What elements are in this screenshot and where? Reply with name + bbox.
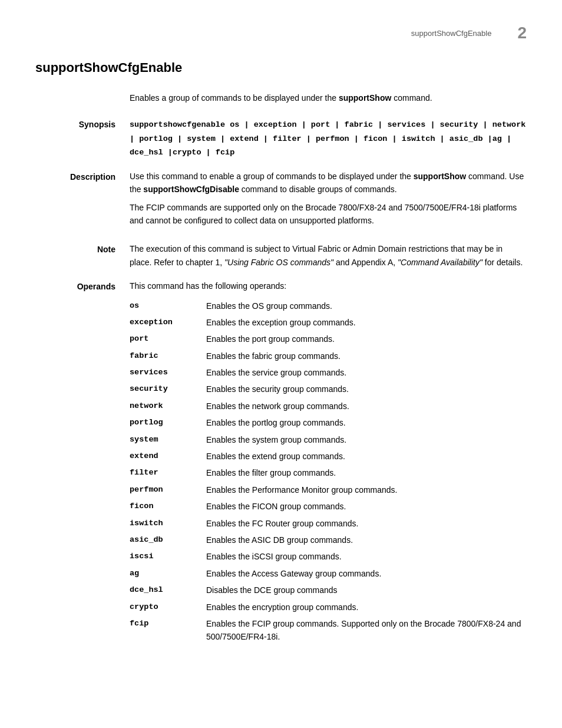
operand-row: fcipEnables the FCIP group commands. Sup… <box>130 615 527 645</box>
operand-row: exceptionEnables the exception group com… <box>130 314 527 331</box>
operand-name: os <box>130 298 206 314</box>
operand-row: cryptoEnables the encryption group comma… <box>130 599 527 615</box>
operand-description: Enables the network group commands. <box>206 398 527 414</box>
operand-row: perfmonEnables the Performance Monitor g… <box>130 482 527 498</box>
operand-row: iswitchEnables the FC Router group comma… <box>130 515 527 532</box>
operand-name: exception <box>130 314 206 331</box>
operand-name: asic_db <box>130 532 206 548</box>
operand-row: dce_hslDisables the DCE group commands <box>130 582 527 598</box>
operand-name: crypto <box>130 599 206 615</box>
operand-description: Enables the port group commands. <box>206 331 527 347</box>
operand-row: iscsiEnables the iSCSI group commands. <box>130 548 527 565</box>
operand-name: services <box>130 364 206 381</box>
operand-row: ficonEnables the FICON group commands. <box>130 498 527 515</box>
operand-description: Enables the ASIC DB group commands. <box>206 532 527 548</box>
note-label: Note <box>35 242 130 269</box>
operand-description: Enables the system group commands. <box>206 431 527 448</box>
operand-name: perfmon <box>130 482 206 498</box>
operand-name: iswitch <box>130 515 206 532</box>
desc-line1-end2: command to disable groups of commands. <box>242 185 397 194</box>
desc-line1-start: Use this command to enable a group of co… <box>130 172 411 181</box>
operands-label: Operands <box>35 279 130 645</box>
operand-description: Enables the exception group commands. <box>206 314 527 331</box>
operand-name: port <box>130 331 206 347</box>
page-number: 2 <box>517 24 527 42</box>
note-content: The execution of this command is subject… <box>130 242 527 269</box>
description-content: Use this command to enable a group of co… <box>130 170 527 232</box>
operand-description: Enables the iSCSI group commands. <box>206 548 527 565</box>
header-title: supportShowCfgEnable <box>411 29 492 38</box>
intro-text: Enables a group of commands to be displa… <box>130 92 527 104</box>
operand-name: filter <box>130 465 206 481</box>
intro-bold: supportShow <box>339 93 391 103</box>
operand-name: security <box>130 381 206 397</box>
synopsis-label: Synopsis <box>35 117 130 159</box>
operand-row: networkEnables the network group command… <box>130 398 527 414</box>
operand-row: portEnables the port group commands. <box>130 331 527 347</box>
note-italic1: "Using Fabric OS commands" <box>224 258 333 267</box>
operand-name: fabric <box>130 348 206 364</box>
operand-description: Enables the portlog group commands. <box>206 414 527 431</box>
operand-name: dce_hsl <box>130 582 206 598</box>
operands-section: Operands This command has the following … <box>35 279 527 645</box>
operand-name: ag <box>130 565 206 582</box>
operand-description: Enables the OS group commands. <box>206 298 527 314</box>
operand-description: Disables the DCE group commands <box>206 582 527 598</box>
operand-table: osEnables the OS group commands.exceptio… <box>130 298 527 645</box>
operand-row: fabricEnables the fabric group commands. <box>130 348 527 364</box>
operand-description: Enables the fabric group commands. <box>206 348 527 364</box>
operand-row: agEnables the Access Gateway group comma… <box>130 565 527 582</box>
intro-end: command. <box>394 93 432 103</box>
operand-name: portlog <box>130 414 206 431</box>
operand-description: Enables the FICON group commands. <box>206 498 527 515</box>
operand-description: Enables the security group commands. <box>206 381 527 397</box>
note-mid: and Appendix A, <box>336 258 398 267</box>
operand-name: fcip <box>130 615 206 645</box>
operand-name: extend <box>130 448 206 465</box>
description-para2: The FCIP commands are supported only on … <box>130 201 527 228</box>
note-section: Note The execution of this command is su… <box>35 242 527 269</box>
operand-description: Enables the encryption group commands. <box>206 599 527 615</box>
desc-line1-bold1: supportShow <box>414 172 466 181</box>
operand-description: Enables the filter group commands. <box>206 465 527 481</box>
header-right: supportShowCfgEnable 2 <box>411 24 527 42</box>
description-label: Description <box>35 170 130 232</box>
operand-row: asic_dbEnables the ASIC DB group command… <box>130 532 527 548</box>
operand-name: ficon <box>130 498 206 515</box>
operand-row: servicesEnables the service group comman… <box>130 364 527 381</box>
operand-description: Enables the FCIP group commands. Support… <box>206 615 527 645</box>
command-title: supportShowCfgEnable <box>35 60 527 75</box>
operand-description: Enables the Access Gateway group command… <box>206 565 527 582</box>
operand-row: systemEnables the system group commands. <box>130 431 527 448</box>
operand-description: Enables the FC Router group commands. <box>206 515 527 532</box>
page-header: supportShowCfgEnable 2 <box>35 24 527 42</box>
desc-line1-bold2: supportShowCfgDisable <box>143 185 239 194</box>
synopsis-section: Synopsis supportshowcfgenable os | excep… <box>35 117 527 159</box>
operand-name: network <box>130 398 206 414</box>
operand-row: portlogEnables the portlog group command… <box>130 414 527 431</box>
operand-name: iscsi <box>130 548 206 565</box>
operands-intro: This command has the following operands: <box>130 279 527 292</box>
note-italic2: "Command Availability" <box>398 258 482 267</box>
description-para1: Use this command to enable a group of co… <box>130 170 527 196</box>
operand-description: Enables the Performance Monitor group co… <box>206 482 527 498</box>
note-end: for details. <box>485 258 523 267</box>
operand-description: Enables the service group commands. <box>206 364 527 381</box>
operand-row: securityEnables the security group comma… <box>130 381 527 397</box>
operands-content: This command has the following operands:… <box>130 279 527 645</box>
synopsis-code: supportshowcfgenable os | exception | po… <box>130 120 525 157</box>
intro-start: Enables a group of commands to be displa… <box>130 93 336 103</box>
synopsis-content: supportshowcfgenable os | exception | po… <box>130 117 527 159</box>
operand-row: osEnables the OS group commands. <box>130 298 527 314</box>
description-section: Description Use this command to enable a… <box>35 170 527 232</box>
operand-name: system <box>130 431 206 448</box>
operand-row: filterEnables the filter group commands. <box>130 465 527 481</box>
operand-description: Enables the extend group commands. <box>206 448 527 465</box>
operand-row: extendEnables the extend group commands. <box>130 448 527 465</box>
